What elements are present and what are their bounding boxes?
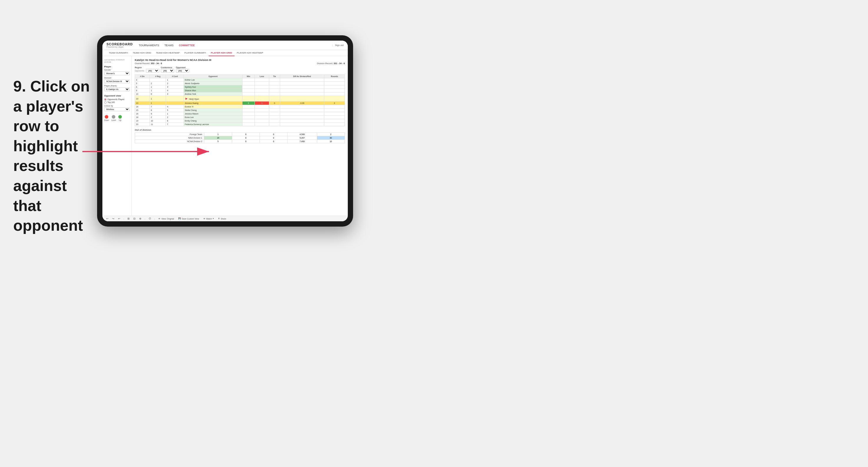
cell-reg: 7 — [150, 105, 166, 108]
share-icon: ⬆ — [218, 217, 220, 220]
sidebar-radio-opponents-played[interactable]: Opponents Played — [104, 98, 130, 101]
table-row[interactable]: 15 8 5 Stella Cheng — [135, 108, 345, 112]
out-of-division: Out of division Foreign Team 1 0 0 4,500… — [135, 129, 345, 143]
toolbar-edit[interactable]: ⊕ — [138, 217, 143, 220]
cell-div: 16 — [135, 112, 150, 116]
sidebar-player-rank-select[interactable]: 8. Katelyn Vo — [104, 87, 130, 91]
out-val5: 10 — [317, 140, 345, 143]
sidebar-radio-top100[interactable]: Top 100 — [104, 101, 130, 103]
cell-reg: 10 — [150, 119, 166, 123]
sub-nav-team-h2h-grid[interactable]: TEAM H2H GRID — [130, 50, 154, 56]
table-row[interactable]: 14 7 4 Eunice Yi — [135, 105, 345, 108]
sub-nav-team-summary[interactable]: TEAM SUMMARY — [106, 50, 130, 56]
cell-opponent: Federica Domecq Lacroze — [184, 123, 243, 126]
tablet-screen: SCOREBOARD Powered by clippd TOURNAMENTS… — [102, 41, 348, 221]
cell-tie: 0 — [269, 101, 280, 105]
toolbar-undo[interactable]: ↩ — [105, 217, 110, 220]
cell-opponent: Andrea York — [184, 92, 243, 96]
sidebar-colour-by-select[interactable]: Win/loss — [104, 107, 130, 111]
table-row-highlighted[interactable]: 13 1 Jessica Huang 0 1 0 -3.00 2 — [135, 101, 345, 105]
cell-opponent: Sharon Mun — [184, 89, 243, 92]
cell-conf — [166, 101, 184, 105]
sidebar-division-select[interactable]: NCAA Division III — [104, 80, 130, 83]
cell-win — [242, 112, 254, 116]
cell-reg: 2 — [150, 116, 166, 119]
toolbar-clock[interactable]: ⏱ — [148, 217, 152, 220]
cell-loss — [254, 96, 269, 101]
toolbar-redo1[interactable]: ↪ — [111, 217, 115, 220]
bottom-toolbar: ↩ ↪ ↩ | ⊞ ⊟ ⊕ | ⏱ | 👁 View: Original 💾 S… — [102, 216, 348, 221]
filter-conference-select[interactable]: (All) — [161, 69, 174, 73]
cell-rounds — [324, 85, 345, 89]
cell-loss — [254, 123, 269, 126]
filter-opponent-select[interactable]: (All) — [176, 69, 189, 73]
filter-region-opponents-label: Opponents: — [135, 70, 145, 72]
out-row-foreign[interactable]: Foreign Team 1 0 0 4,500 2 — [135, 133, 345, 136]
cell-conf: 2 — [166, 82, 184, 85]
sidebar-gender-label: Gender — [104, 69, 130, 71]
cell-win: 0 — [242, 101, 254, 105]
table-row[interactable]: 5 2 2 Alexis Sudjianto — [135, 82, 345, 85]
table-row[interactable]: 9 1 4 Sharon Mun — [135, 89, 345, 92]
cell-conf: 1 — [166, 78, 184, 82]
toolbar-view-original[interactable]: 👁 View: Original — [157, 217, 175, 220]
cell-reg: 1 — [150, 85, 166, 89]
radio-dot-top100 — [104, 101, 106, 103]
out-row-naia[interactable]: NAIA Division 1 15 0 0 9,267 30 — [135, 136, 345, 140]
sub-nav-player-h2h-heatmap[interactable]: PLAYER H2H HEATMAP — [235, 50, 266, 56]
out-row-ncaa2[interactable]: NCAA Division 2 5 0 0 7,400 10 — [135, 140, 345, 143]
col-header-div: # Div — [135, 75, 150, 78]
cell-reg — [150, 78, 166, 82]
table-row[interactable]: 16 9 1 Jessica Mason — [135, 112, 345, 116]
cell-win — [242, 85, 254, 89]
toolbar-watch[interactable]: 👁 Watch ▾ — [202, 217, 215, 220]
nav-links: TOURNAMENTS TEAMS COMMITTEE — [138, 44, 194, 47]
cell-diff: -3.00 — [280, 101, 324, 105]
filter-region-select[interactable]: (All) — [146, 69, 159, 73]
col-header-opponent: Opponent — [184, 75, 243, 78]
table-row[interactable]: 19 10 6 Emily Chang — [135, 119, 345, 123]
cell-reg: 8 — [150, 108, 166, 112]
sidebar-gender-select[interactable]: Women's — [104, 71, 130, 75]
table-row[interactable]: 20 11 7 Federica Domecq Lacroze — [135, 123, 345, 126]
cell-conf: 5 — [166, 108, 184, 112]
cell-div: 10 — [135, 92, 150, 96]
panel-record: Overall Record: 353 - 34 - 6 Division Re… — [135, 62, 345, 65]
cell-diff — [280, 89, 324, 92]
table-row[interactable]: 10 6 3 Andrea York — [135, 92, 345, 96]
col-header-loss: Loss — [254, 75, 269, 78]
cell-loss — [254, 112, 269, 116]
table-row[interactable]: 13 1 ►Heeji Hyun — [135, 96, 345, 101]
cell-div: 13 — [135, 101, 150, 105]
toolbar-paste[interactable]: ⊟ — [132, 217, 136, 220]
nav-link-tournaments[interactable]: TOURNAMENTS — [138, 44, 159, 47]
save-icon: 💾 — [178, 217, 181, 220]
color-label-up: Up — [119, 119, 121, 121]
col-header-win: Win — [242, 75, 254, 78]
main-content: Last Updated: 27/03/2024 16:55:38 Player… — [102, 56, 348, 216]
cell-diff — [280, 78, 324, 82]
sub-nav-player-summary[interactable]: PLAYER SUMMARY — [182, 50, 209, 56]
out-of-division-table: Foreign Team 1 0 0 4,500 2 NAIA Division… — [135, 132, 345, 143]
nav-logo-title: SCOREBOARD — [106, 42, 133, 46]
toolbar-copy[interactable]: ⊞ — [126, 217, 131, 220]
grid-table: # Div # Reg # Conf Opponent Win Loss Tie… — [135, 74, 345, 126]
cell-loss: 1 — [254, 101, 269, 105]
cell-diff — [280, 123, 324, 126]
cell-reg: 9 — [150, 112, 166, 116]
toolbar-redo2[interactable]: ↩ — [117, 217, 121, 220]
table-row[interactable]: 3 1 Esther Lee — [135, 78, 345, 82]
sidebar-last-updated: Last Updated: 27/03/2024 16:55:38 — [104, 59, 130, 64]
sub-nav-team-h2h-heatmap[interactable]: TEAM H2H HEATMAP — [154, 50, 182, 56]
table-row[interactable]: 18 2 2 Euna Lee — [135, 116, 345, 119]
toolbar-save-custom[interactable]: 💾 Save Custom View — [177, 217, 200, 220]
cell-reg: 1 — [150, 96, 166, 101]
nav-link-committee[interactable]: COMMITTEE — [179, 44, 195, 47]
cell-loss — [254, 105, 269, 108]
sign-out-link[interactable]: Sign out — [335, 44, 344, 46]
sub-nav-player-h2h-grid[interactable]: PLAYER H2H GRID — [209, 50, 235, 56]
toolbar-share[interactable]: ⬆ Share — [217, 217, 227, 220]
nav-link-teams[interactable]: TEAMS — [164, 44, 174, 47]
table-row[interactable]: 6 1 3 Sydney Kuo — [135, 85, 345, 89]
cell-rounds — [324, 123, 345, 126]
